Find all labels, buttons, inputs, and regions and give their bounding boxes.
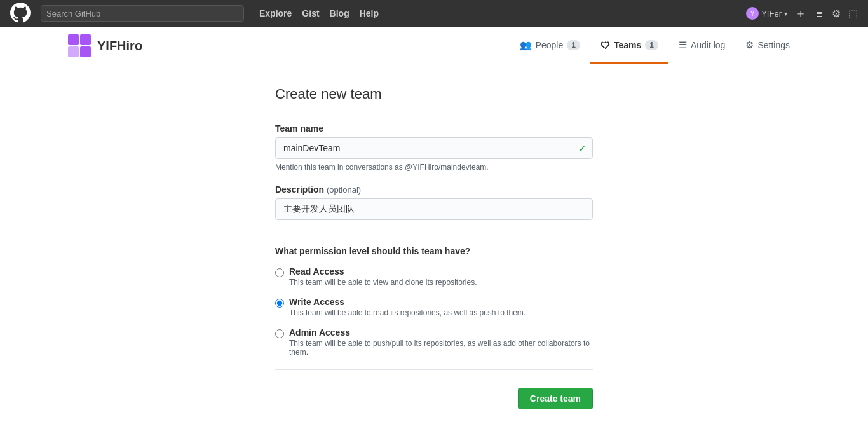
nav-people[interactable]: 👥 People 1 [510,28,590,64]
read-access-desc: This team will be able to view and clone… [289,278,477,287]
admin-access-desc: This team will be able to push/pull to i… [289,339,593,357]
github-logo[interactable] [10,3,31,25]
write-access-desc: This team will be able to read its repos… [289,308,526,317]
valid-check-icon: ✓ [578,142,587,154]
teams-icon: 🛡 [600,40,610,51]
dropdown-icon: ▾ [784,10,787,17]
people-count: 1 [567,40,580,50]
optional-text: (optional) [327,185,361,195]
form-title: Create new team [275,86,593,113]
form-actions: Create team [275,383,593,409]
description-group: Description (optional) [275,184,593,220]
people-label: People [536,40,564,50]
monitor-icon[interactable]: 🖥 [814,8,824,19]
read-access-option: Read Access This team will be able to vi… [275,266,593,287]
read-access-radio[interactable] [275,268,284,277]
permissions-group: What permission level should this team h… [275,246,593,357]
audit-log-label: Audit log [691,40,725,50]
user-menu[interactable]: Y YIFer ▾ [746,7,787,20]
help-link[interactable]: Help [360,8,379,18]
write-access-radio[interactable] [275,299,284,308]
nav-audit-log[interactable]: ☰ Audit log [668,28,735,64]
section-divider-2 [275,369,593,370]
description-input[interactable] [275,198,593,220]
team-name-hint: Mention this team in conversations as @Y… [275,163,593,172]
explore-link[interactable]: Explore [259,8,292,18]
nav-teams[interactable]: 🛡 Teams 1 [590,29,668,64]
description-label: Description (optional) [275,184,593,195]
teams-label: Teams [614,40,641,50]
gist-link[interactable]: Gist [302,8,319,18]
permission-question: What permission level should this team h… [275,246,593,256]
admin-access-label[interactable]: Admin Access [289,327,350,338]
write-access-option: Write Access This team will be able to r… [275,297,593,317]
plus-icon[interactable]: ＋ [795,6,806,21]
search-input[interactable] [41,5,244,22]
audit-log-icon: ☰ [679,39,687,51]
org-header: YIFHiro 👥 People 1 🛡 Teams 1 ☰ Audit log… [0,27,868,65]
read-access-label[interactable]: Read Access [289,266,344,277]
org-settings-label: Settings [757,40,790,50]
nav-settings[interactable]: ⚙ Settings [735,28,800,64]
team-name-label: Team name [275,123,593,133]
teams-count: 1 [645,40,658,50]
main-content: Create new team Team name ✓ Mention this… [53,65,815,424]
top-nav-links: Explore Gist Blog Help [259,8,379,18]
team-name-group: Team name ✓ Mention this team in convers… [275,123,593,172]
top-navigation: Explore Gist Blog Help Y YIFer ▾ ＋ 🖥 ⚙ ⬚ [0,0,868,27]
top-nav-right: Y YIFer ▾ ＋ 🖥 ⚙ ⬚ [746,6,858,21]
blog-link[interactable]: Blog [330,8,349,18]
section-divider-1 [275,233,593,233]
admin-access-radio[interactable] [275,329,284,338]
org-settings-icon: ⚙ [745,39,754,51]
signout-icon[interactable]: ⬚ [848,8,858,20]
people-icon: 👥 [520,39,532,51]
team-name-input-wrapper: ✓ [275,137,593,159]
org-name: YIFHiro [97,39,142,53]
team-name-input[interactable] [275,137,593,159]
create-team-button[interactable]: Create team [518,388,593,409]
settings-gear-icon[interactable]: ⚙ [832,8,841,20]
user-avatar: Y [746,7,759,20]
username-label: YIFer [761,9,782,18]
write-access-label[interactable]: Write Access [289,297,344,307]
org-navigation: 👥 People 1 🛡 Teams 1 ☰ Audit log ⚙ Setti… [510,28,800,64]
admin-access-option: Admin Access This team will be able to p… [275,327,593,357]
create-team-form: Create new team Team name ✓ Mention this… [275,86,593,409]
org-logo [68,34,91,57]
